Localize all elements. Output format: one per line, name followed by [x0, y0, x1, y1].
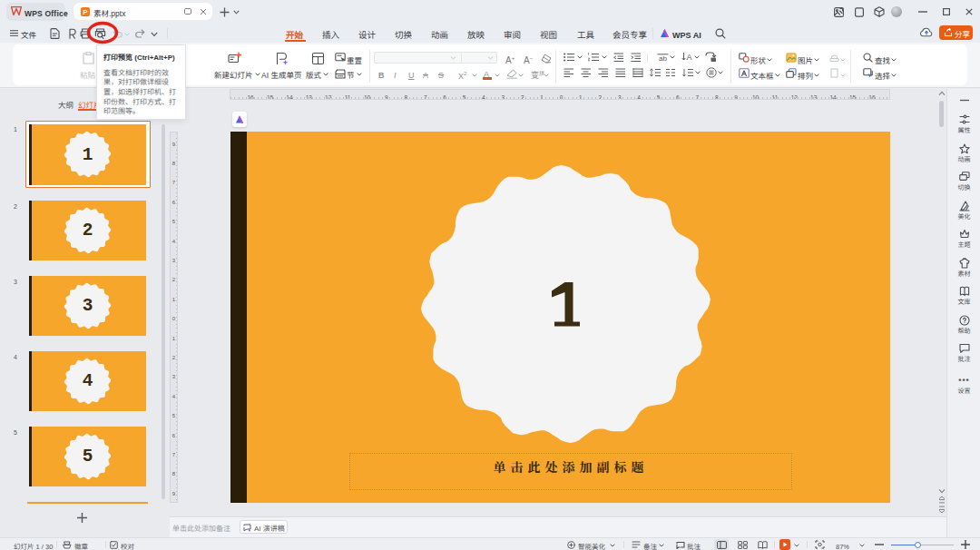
svg-text:A: A: [687, 53, 692, 62]
svg-text:ab: ab: [659, 54, 667, 62]
